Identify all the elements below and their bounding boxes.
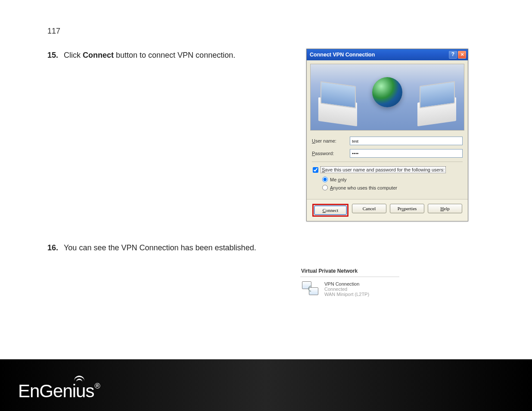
laptop-left-icon — [318, 97, 357, 127]
vpn-connection-device: WAN Miniport (L2TP) — [324, 292, 369, 297]
username-field[interactable] — [350, 137, 463, 145]
properties-button[interactable]: Properties — [390, 204, 424, 213]
help-icon[interactable] — [449, 51, 457, 59]
vpn-connection-status: Connected — [324, 286, 369, 292]
globe-icon — [372, 77, 402, 107]
vpn-panel-header: Virtual Private Network — [300, 267, 399, 277]
step-16-text: You can see the VPN Connection has been … — [64, 243, 256, 252]
anyone-radio[interactable] — [322, 185, 328, 190]
password-field[interactable] — [350, 149, 463, 158]
dialog-title: Connect VPN Connection — [310, 52, 448, 58]
laptop-right-icon — [417, 97, 456, 127]
me-only-label: Me only — [330, 177, 347, 182]
dialog-titlebar[interactable]: Connect VPN Connection — [307, 49, 468, 60]
connect-button[interactable]: Connect — [314, 206, 347, 215]
dialog-illustration — [310, 64, 464, 131]
step-16: 16. You can see the VPN Connection has b… — [47, 243, 256, 252]
connect-button-highlight: Connect — [312, 204, 348, 217]
step-15-text-bold: Connect — [83, 51, 114, 59]
connect-vpn-dialog: Connect VPN Connection User name: Passwo… — [306, 49, 468, 221]
anyone-label: Anyone who uses this computer — [330, 185, 397, 190]
cancel-button[interactable]: Cancel — [352, 204, 386, 213]
help-button[interactable]: Help — [428, 204, 462, 213]
registered-mark: ® — [94, 382, 100, 390]
step-16-num: 16. — [47, 243, 59, 252]
vpn-connection-name: VPN Connection — [324, 281, 369, 286]
step-15-num: 15. — [47, 51, 59, 60]
step-15-text-after: button to connect VPN connection. — [114, 51, 235, 59]
close-icon[interactable] — [458, 51, 466, 59]
vpn-connection-icon — [302, 281, 320, 297]
password-label: Password: — [312, 151, 350, 156]
page-number: 117 — [47, 27, 60, 36]
step-15-text: Click Connect button to connect VPN conn… — [64, 51, 235, 60]
dialog-button-row: Connect Cancel Properties Help — [307, 199, 468, 221]
vpn-status-panel: Virtual Private Network VPN Connection C… — [300, 267, 399, 301]
me-only-radio[interactable] — [322, 177, 328, 182]
save-credentials-label: Save this user name and password for the… — [320, 166, 446, 173]
username-label: User name: — [312, 138, 350, 143]
step-15-text-before: Click — [64, 51, 83, 59]
page-footer: EnGenius® — [0, 359, 532, 411]
save-credentials-checkbox[interactable] — [313, 167, 318, 173]
brand-logo: EnGenius® — [18, 381, 100, 402]
step-15: 15. Click Connect button to connect VPN … — [47, 51, 235, 60]
